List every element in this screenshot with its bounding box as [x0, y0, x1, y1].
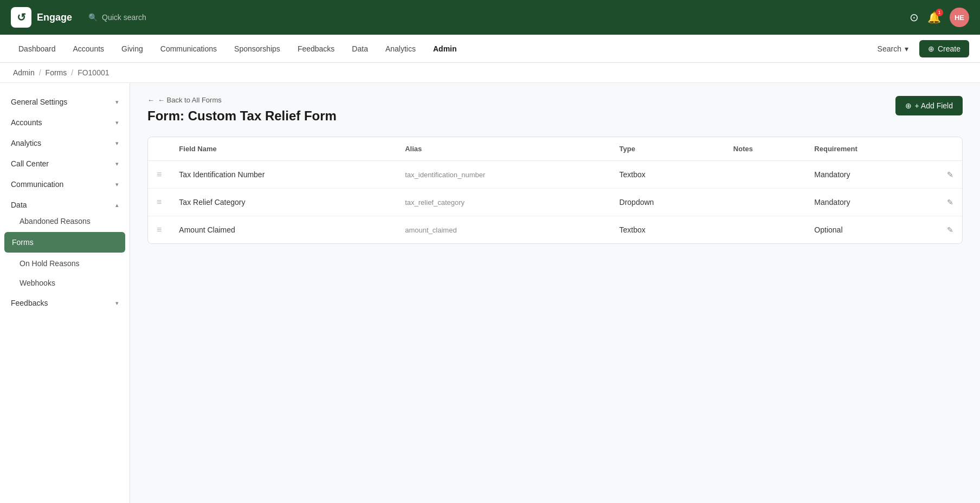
plus-circle-icon: ⊕: [928, 44, 934, 53]
field-name-cell: Tax Relief Category: [170, 189, 396, 216]
nav-data[interactable]: Data: [344, 41, 376, 56]
breadcrumb: Admin / Forms / FO10001: [0, 63, 980, 83]
create-button[interactable]: ⊕ Create: [919, 40, 969, 57]
alias-cell: amount_claimed: [396, 216, 610, 244]
page-content: General Settings ▾ Accounts ▾ Analytics …: [0, 83, 980, 503]
top-bar-right: ⊙ 🔔 1 HE: [910, 8, 969, 27]
add-field-label: + Add Field: [915, 101, 953, 110]
alias-cell: tax_identification_number: [396, 161, 610, 189]
col-notes: Notes: [725, 137, 806, 161]
breadcrumb-sep-1: /: [39, 68, 41, 77]
avatar[interactable]: HE: [950, 8, 969, 27]
table-header-row: Field Name Alias Type Notes Requirement: [148, 137, 962, 161]
col-type: Type: [611, 137, 725, 161]
plus-circle-icon: ⊕: [905, 101, 912, 110]
page-header: ← ← Back to All Forms Form: Custom Tax R…: [147, 96, 963, 124]
field-name-cell: Tax Identification Number: [170, 161, 396, 189]
back-link[interactable]: ← ← Back to All Forms: [147, 96, 337, 104]
avatar-initials: HE: [955, 14, 964, 22]
requirement-cell: Optional: [805, 216, 938, 244]
requirement-cell: Mandatory: [805, 161, 938, 189]
sidebar-item-call-center[interactable]: Call Center ▾: [0, 153, 130, 174]
edit-icon[interactable]: ✎: [947, 198, 953, 207]
sidebar-item-label: Call Center: [11, 159, 49, 168]
nav-items: Dashboard Accounts Giving Communications…: [11, 41, 873, 56]
drag-handle-icon[interactable]: ≡: [157, 225, 162, 234]
dropdown-icon: ▾: [905, 44, 908, 53]
sidebar-item-label: General Settings: [11, 98, 67, 106]
sidebar-item-accounts[interactable]: Accounts ▾: [0, 112, 130, 133]
app-logo[interactable]: ↺ Engage: [11, 7, 72, 28]
app-title: Engage: [37, 12, 72, 23]
drag-handle-icon[interactable]: ≡: [157, 170, 162, 179]
notes-cell: [725, 189, 806, 216]
notes-cell: [725, 216, 806, 244]
sidebar-item-label: Analytics: [11, 139, 41, 147]
nav-giving[interactable]: Giving: [114, 41, 151, 56]
notifications-button[interactable]: 🔔 1: [927, 11, 941, 24]
sidebar-item-data[interactable]: Data ▴: [0, 195, 130, 211]
sidebar-subitem-label: Forms: [12, 238, 34, 247]
sidebar: General Settings ▾ Accounts ▾ Analytics …: [0, 83, 130, 503]
logo-icon: ↺: [11, 7, 31, 28]
nav-analytics[interactable]: Analytics: [378, 41, 423, 56]
col-field-name: Field Name: [170, 137, 396, 161]
fields-table: Field Name Alias Type Notes Requirement …: [148, 137, 962, 243]
sidebar-item-analytics[interactable]: Analytics ▾: [0, 133, 130, 153]
breadcrumb-sep-2: /: [71, 68, 73, 77]
sidebar-item-label: Feedbacks: [11, 299, 48, 307]
search-button[interactable]: Search ▾: [873, 41, 913, 56]
table-row: ≡ Tax Relief Category tax_relief_categor…: [148, 189, 962, 216]
nav-communications[interactable]: Communications: [153, 41, 224, 56]
table-row: ≡ Amount Claimed amount_claimed Textbox …: [148, 216, 962, 244]
sidebar-item-general-settings[interactable]: General Settings ▾: [0, 92, 130, 112]
sidebar-subitem-forms[interactable]: Forms: [4, 232, 125, 253]
sidebar-subitem-on-hold-reasons[interactable]: On Hold Reasons: [0, 254, 130, 273]
requirement-cell: Mandatory: [805, 189, 938, 216]
table-row: ≡ Tax Identification Number tax_identifi…: [148, 161, 962, 189]
sidebar-subitem-webhooks[interactable]: Webhooks: [0, 273, 130, 293]
chevron-up-icon: ▴: [115, 202, 119, 209]
sidebar-item-communication[interactable]: Communication ▾: [0, 174, 130, 195]
nav-admin[interactable]: Admin: [425, 41, 465, 56]
edit-icon[interactable]: ✎: [947, 225, 953, 234]
help-button[interactable]: ⊙: [910, 11, 919, 24]
main-area: ← ← Back to All Forms Form: Custom Tax R…: [130, 83, 980, 503]
col-actions: [938, 137, 962, 161]
secondary-nav: Dashboard Accounts Giving Communications…: [0, 35, 980, 63]
col-alias: Alias: [396, 137, 610, 161]
page-title: Form: Custom Tax Relief Form: [147, 108, 337, 124]
chevron-icon: ▾: [115, 181, 119, 188]
sidebar-subitem-abandoned-reasons[interactable]: Abandoned Reasons: [0, 211, 130, 231]
nav-dashboard[interactable]: Dashboard: [11, 41, 63, 56]
fields-table-card: Field Name Alias Type Notes Requirement …: [147, 137, 963, 244]
drag-handle-icon[interactable]: ≡: [157, 197, 162, 207]
edit-icon[interactable]: ✎: [947, 170, 953, 179]
breadcrumb-admin[interactable]: Admin: [13, 68, 35, 77]
help-icon: ⊙: [910, 11, 919, 23]
sidebar-item-feedbacks[interactable]: Feedbacks ▾: [0, 293, 130, 313]
chevron-icon: ▾: [115, 300, 119, 307]
top-bar: ↺ Engage 🔍 Quick search ⊙ 🔔 1 HE: [0, 0, 980, 35]
type-cell: Textbox: [611, 216, 725, 244]
sidebar-item-label: Accounts: [11, 118, 42, 127]
nav-feedbacks[interactable]: Feedbacks: [290, 41, 342, 56]
quick-search-label: Quick search: [102, 13, 146, 22]
chevron-icon: ▾: [115, 119, 119, 126]
breadcrumb-forms[interactable]: Forms: [46, 68, 67, 77]
nav-right: Search ▾ ⊕ Create: [873, 40, 969, 57]
header-left: ← ← Back to All Forms Form: Custom Tax R…: [147, 96, 337, 124]
create-label: Create: [938, 44, 960, 53]
search-icon: 🔍: [88, 13, 98, 22]
quick-search[interactable]: 🔍 Quick search: [88, 13, 146, 22]
col-drag: [148, 137, 170, 161]
back-link-label: ← Back to All Forms: [158, 96, 222, 104]
nav-sponsorships[interactable]: Sponsorships: [227, 41, 288, 56]
chevron-icon: ▾: [115, 160, 119, 167]
notes-cell: [725, 161, 806, 189]
chevron-icon: ▾: [115, 99, 119, 106]
nav-accounts[interactable]: Accounts: [66, 41, 112, 56]
add-field-button[interactable]: ⊕ + Add Field: [895, 96, 963, 115]
back-arrow-icon: ←: [147, 96, 154, 104]
sidebar-item-label: Communication: [11, 180, 63, 189]
